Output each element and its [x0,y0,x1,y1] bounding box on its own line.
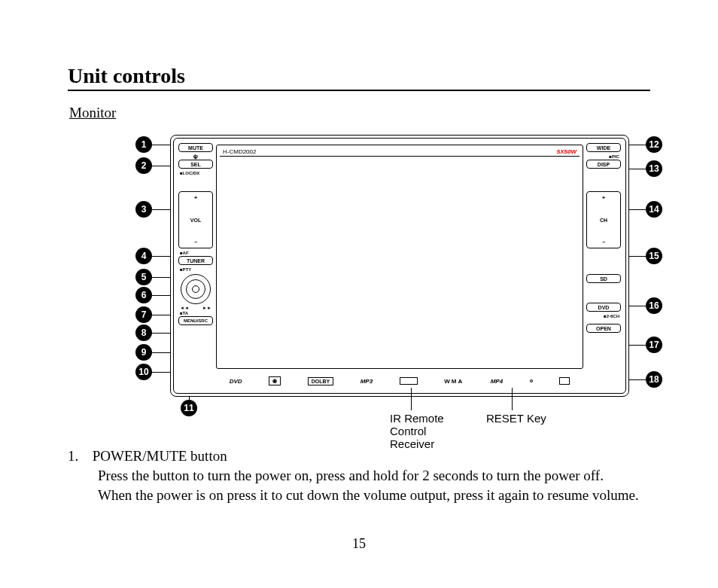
mute-button[interactable]: MUTE [178,143,213,152]
callout-12: 12 [646,136,662,153]
mp3-logo: MP3 [361,378,373,385]
callout-2: 2 [135,157,152,174]
callout-6: 6 [135,287,152,303]
page-number: 15 [0,536,718,552]
locdx-label: ■LOC/DX [178,170,213,176]
desc-heading: POWER/MUTE button [93,448,227,464]
desc-number: 1. [68,448,89,465]
leader [512,388,513,410]
vol-minus[interactable]: − [194,239,197,245]
device-inner: MUTE ⏻ SEL ■LOC/DX + VOL − ■AF TUNER ■PT… [173,138,626,394]
screen-header: H-CMD2002 5X50W [220,148,580,157]
pty-label: ■PTY [178,267,213,273]
knob-next-icon: ►► [202,306,211,310]
vol-plus[interactable]: + [194,195,197,200]
callout-15: 15 [646,248,662,264]
open-button[interactable]: OPEN [586,324,621,333]
callout-1: 1 [135,136,152,153]
power-icon: ⏻ [178,154,213,160]
dolby-logo: DOLBY [308,377,334,385]
ir-window [400,377,418,385]
callout-18: 18 [646,371,662,388]
callout-16: 16 [646,297,662,314]
right-button-column: WIDE ■PIC DISP + CH − SD DVD ■2-6CH OP [586,143,621,372]
display-screen: H-CMD2002 5X50W [216,145,583,369]
callout-4: 4 [135,248,152,264]
callout-13: 13 [646,160,662,177]
channel-rocker[interactable]: + CH − [586,191,621,248]
knob-prev-icon: ◄◄ [180,306,189,310]
wma-logo: WMA [444,378,464,385]
ta-label: ■TA [178,310,213,316]
tuner-button[interactable]: TUNER [178,256,213,265]
ch-label: CH [600,218,607,223]
left-button-column: MUTE ⏻ SEL ■LOC/DX + VOL − ■AF TUNER ■PT… [178,143,213,372]
vol-label: VOL [190,218,201,223]
pic-label: ■PIC [586,154,621,160]
monitor-diagram: 1 2 3 4 5 6 7 8 9 10 11 12 13 14 15 16 [83,127,655,443]
ch-minus[interactable]: − [602,239,605,245]
device-frame: MUTE ⏻ SEL ■LOC/DX + VOL − ■AF TUNER ■PT… [170,135,629,397]
subsection-title: Monitor [69,105,650,121]
callout-17: 17 [646,337,662,353]
description-block: 1. POWER/MUTE button Press the button to… [68,448,650,504]
sd-button[interactable]: SD [586,274,621,283]
callout-8: 8 [135,324,152,341]
ch-plus[interactable]: + [602,195,605,200]
sel-button[interactable]: SEL [178,160,213,169]
volume-rocker[interactable]: + VOL − [178,191,213,248]
power-rating-label: 5X50W [557,148,577,155]
disc-logo: ◉ [269,376,281,385]
dvd-button[interactable]: DVD [586,303,621,312]
callout-9: 9 [135,344,152,361]
disp-button[interactable]: DISP [586,160,621,169]
section-title: Unit controls [68,64,650,91]
wide-button[interactable]: WIDE [586,143,621,152]
reset-hole[interactable] [530,379,533,382]
callout-10: 10 [135,364,152,380]
leader [411,388,412,410]
menu-src-button[interactable]: MENU/SRC [178,316,213,325]
callout-11: 11 [181,400,197,416]
callout-5: 5 [135,269,152,285]
desc-line2: When the power is on press it to cut dow… [98,486,650,505]
model-label: H-CMD2002 [223,148,256,155]
af-label: ■AF [178,250,213,256]
desc-line1: Press the button to turn the power on, p… [98,466,650,486]
callout-3: 3 [135,201,152,218]
ch26-label: ■2-6CH [586,313,621,319]
dvd-logo: DVD [230,378,242,385]
callout-14: 14 [646,201,662,218]
ir-annotation: IR Remote Control Receiver [390,412,444,450]
rotary-knob[interactable] [181,274,211,304]
mp4-logo: MP4 [491,378,503,385]
logo-strip: DVD ◉ DOLBY MP3 WMA MP4 [216,373,583,388]
callout-7: 7 [135,306,152,323]
aux-slot-icon [559,377,570,385]
reset-annotation: RESET Key [486,412,546,425]
